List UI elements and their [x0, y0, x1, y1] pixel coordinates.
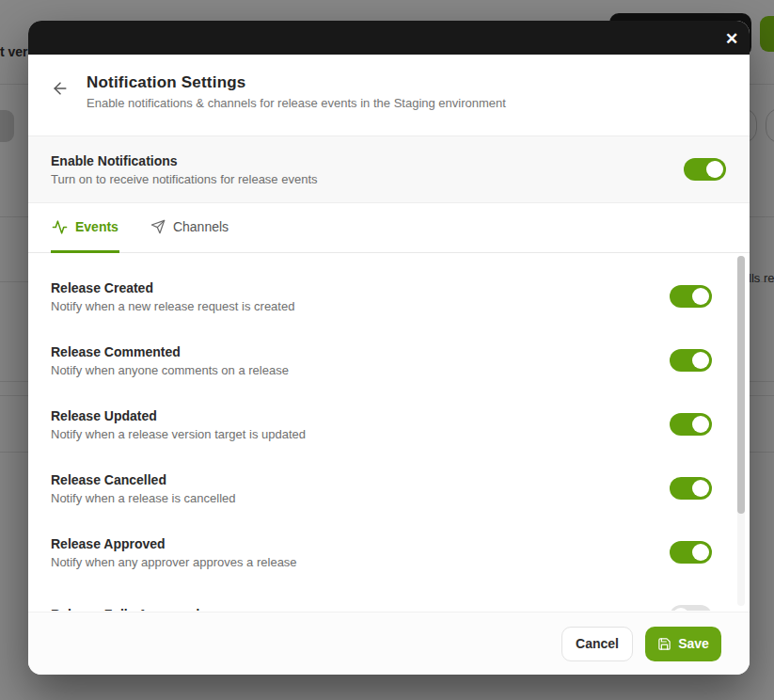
- event-description: Notify when a release version target is …: [51, 427, 306, 441]
- event-row-release-cancelled: Release Cancelled Notify when a release …: [51, 456, 727, 520]
- events-list: Release Created Notify when a new releas…: [28, 253, 750, 611]
- event-row-release-approved: Release Approved Notify when any approve…: [51, 520, 727, 584]
- toggle-knob: [692, 416, 709, 433]
- modal-subtitle: Enable notifications & channels for rele…: [87, 96, 506, 110]
- enable-notifications-toggle[interactable]: [684, 158, 726, 181]
- screen: t ver lls re ✕ Notification Settings Ena…: [0, 0, 774, 700]
- cancel-button[interactable]: Cancel: [561, 627, 633, 661]
- event-title: Release Commented: [51, 344, 289, 359]
- event-toggle[interactable]: [670, 413, 712, 436]
- toggle-knob: [706, 161, 723, 178]
- activity-icon: [52, 219, 68, 235]
- event-description: Notify when any approver approves a rele…: [51, 555, 297, 569]
- event-description: Notify when a release is cancelled: [51, 491, 236, 505]
- event-toggle[interactable]: [670, 605, 712, 611]
- event-row-release-updated: Release Updated Notify when a release ve…: [51, 392, 727, 456]
- event-title: Release Approved: [51, 536, 297, 551]
- modal-footer: Cancel Save: [28, 612, 750, 675]
- modal-header: Notification Settings Enable notificatio…: [28, 55, 750, 136]
- event-toggle[interactable]: [670, 285, 712, 308]
- toggle-knob: [692, 288, 709, 305]
- back-arrow-icon[interactable]: [51, 79, 70, 98]
- save-button[interactable]: Save: [645, 627, 721, 661]
- event-title: Release Created: [51, 280, 294, 295]
- close-icon[interactable]: ✕: [721, 29, 742, 50]
- tab-events-label: Events: [75, 219, 118, 234]
- enable-notifications-row: Enable Notifications Turn on to receive …: [28, 136, 750, 203]
- toggle-knob: [692, 480, 709, 497]
- scrollbar-thumb[interactable]: [737, 256, 745, 514]
- event-title: Release Cancelled: [51, 472, 236, 487]
- event-toggle[interactable]: [670, 541, 712, 564]
- modal-title: Notification Settings: [87, 73, 506, 92]
- event-title: Release Updated: [51, 408, 306, 423]
- event-title: Release Fully Approved: [51, 607, 199, 611]
- event-row-release-created: Release Created Notify when a new releas…: [51, 264, 727, 328]
- notification-settings-modal: ✕ Notification Settings Enable notificat…: [28, 21, 750, 675]
- enable-notifications-description: Turn on to receive notifications for rel…: [51, 172, 318, 186]
- tab-events[interactable]: Events: [51, 203, 119, 253]
- event-description: Notify when a new release request is cre…: [51, 299, 294, 313]
- send-icon: [150, 219, 166, 234]
- toggle-knob: [692, 544, 709, 561]
- event-description: Notify when anyone comments on a release: [51, 363, 289, 377]
- modal-top-bar: ✕: [28, 21, 750, 55]
- tab-bar: Events Channels: [28, 203, 750, 253]
- save-button-label: Save: [678, 636, 709, 651]
- event-row-release-fully-approved: Release Fully Approved: [51, 584, 727, 611]
- toggle-knob: [672, 608, 689, 611]
- tab-channels[interactable]: Channels: [150, 203, 229, 253]
- tab-channels-label: Channels: [173, 219, 229, 234]
- enable-notifications-title: Enable Notifications: [51, 153, 318, 168]
- save-floppy-icon: [657, 637, 671, 651]
- event-toggle[interactable]: [670, 349, 712, 372]
- event-toggle[interactable]: [670, 477, 712, 500]
- event-row-release-commented: Release Commented Notify when anyone com…: [51, 328, 727, 392]
- toggle-knob: [692, 352, 709, 369]
